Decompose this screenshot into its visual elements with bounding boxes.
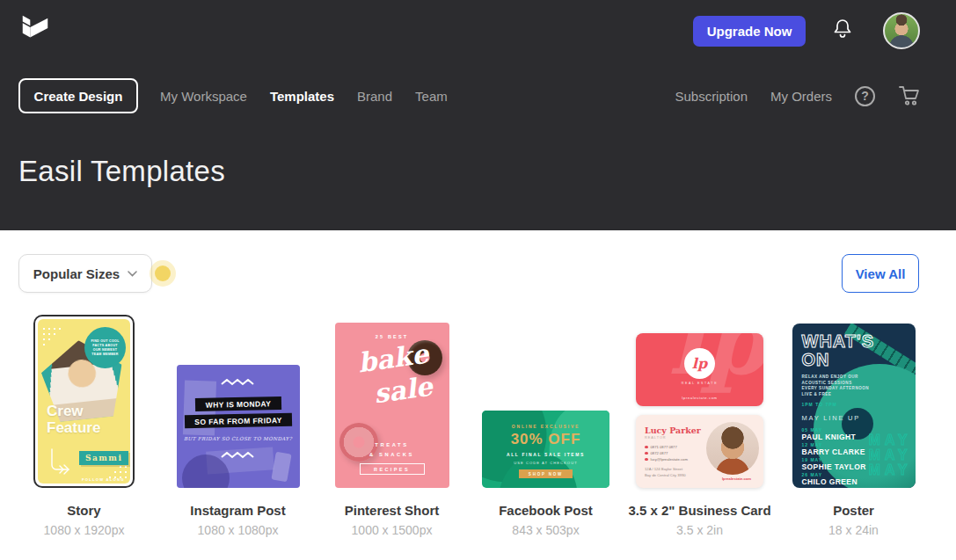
template-size: 1080 x 1080px — [198, 523, 279, 537]
template-card-instagram-post: WHY IS MONDAY SO FAR FROM FRIDAY BUT FRI… — [161, 312, 315, 537]
story-artwork: FIND OUT COOL FACTS ABOUT OUR NEWEST TEA… — [38, 319, 130, 484]
main-nav: My Workspace Templates Brand Team — [160, 76, 448, 116]
thumb-area: lp lp REAL ESTATE lprealestate.com Lucy … — [636, 312, 763, 488]
photo-shape — [271, 452, 291, 483]
business-card-thumbnail[interactable]: lp lp REAL ESTATE lprealestate.com Lucy … — [636, 333, 763, 488]
thumb-area: WHAT'S ON RELAX AND ENJOY OUR ACOUSTIC S… — [792, 312, 916, 488]
easil-app: Upgrade Now Create Design My Workspace T… — [0, 0, 956, 560]
story-thumbnail[interactable]: FIND OUT COOL FACTS ABOUT OUR NEWEST TEA… — [33, 315, 135, 488]
address-line: 12A / 124 Baylor Street — [645, 467, 682, 471]
view-all-button[interactable]: View All — [842, 254, 919, 293]
template-name: Facebook Post — [499, 503, 593, 518]
story-name-tag: Sammi — [79, 451, 128, 465]
nav-my-orders[interactable]: My Orders — [770, 89, 832, 104]
template-card-story: FIND OUT COOL FACTS ABOUT OUR NEWEST TEA… — [7, 312, 161, 537]
nav-my-workspace[interactable]: My Workspace — [160, 89, 247, 104]
story-badge: FIND OUT COOL FACTS ABOUT OUR NEWEST TEA… — [84, 327, 126, 368]
template-name: Instagram Post — [190, 503, 285, 518]
template-size: 1000 x 1500px — [352, 523, 433, 537]
website-text: lprealestate.com — [636, 396, 763, 400]
lineup-list: 05 MAY PAUL KNIGHT 12 MAY BARRY CLARKE 1… — [802, 427, 866, 487]
cart-icon[interactable] — [898, 85, 921, 106]
business-card-front: lp lp REAL ESTATE lprealestate.com — [636, 333, 763, 406]
lineup-title: MAY LINE UP — [802, 414, 861, 422]
nav-brand[interactable]: Brand — [357, 89, 392, 104]
story-heading: Crew Feature — [47, 403, 100, 436]
may-echo-text: MAY MAY MAY — [868, 433, 911, 477]
chevron-down-icon — [128, 271, 137, 277]
nav-team[interactable]: Team — [415, 89, 448, 104]
fineprint-text: USE CODE AT CHECKOUT — [482, 461, 609, 465]
template-card-facebook-post: ONLINE EXCLUSIVE 30% OFF ALL FINAL SALE … — [469, 312, 623, 537]
upgrade-now-button[interactable]: Upgrade Now — [693, 16, 806, 47]
page-title: Easil Templates — [18, 155, 225, 188]
nav-subscription[interactable]: Subscription — [675, 89, 748, 104]
template-card-poster: WHAT'S ON RELAX AND ENJOY OUR ACOUSTIC S… — [777, 312, 930, 537]
arrow-icon — [47, 447, 75, 477]
template-name: 3.5 x 2" Business Card — [628, 503, 770, 518]
person-photo — [706, 422, 759, 475]
brand-text: REAL ESTATE — [636, 382, 763, 385]
template-card-business-card: lp lp REAL ESTATE lprealestate.com Lucy … — [623, 312, 777, 537]
monogram-watermark: lp — [668, 333, 763, 388]
hint-pulse-dot — [150, 260, 176, 287]
thumb-area: 25 BEST bake sale TREATS & SNACKS RECIPE… — [335, 312, 449, 488]
template-size: 3.5 x 2in — [676, 523, 723, 537]
story-footer-text: FOLLOW ALONG — [82, 477, 125, 482]
zigzag-icon — [221, 379, 256, 386]
notifications-bell-icon[interactable] — [832, 18, 853, 40]
subtext: BUT FRIDAY SO CLOSE TO MONDAY? — [177, 436, 300, 441]
user-avatar[interactable] — [883, 12, 920, 49]
poster-time: 1PM TO 7PM — [802, 402, 837, 407]
recipes-label: RECIPES — [360, 463, 425, 475]
poster-thumbnail[interactable]: WHAT'S ON RELAX AND ENJOY OUR ACOUSTIC S… — [792, 324, 916, 488]
subtext: TREATS — [335, 442, 449, 447]
address-line: Bay de Central City 3990 — [645, 473, 686, 477]
dots-pattern — [41, 326, 64, 349]
website-text: lprealestate.com — [722, 476, 751, 481]
headline-bar: WHY IS MONDAY — [194, 396, 281, 411]
business-card-back: Lucy Parker REALTOR 0871 0877 0877 0872 … — [636, 415, 763, 488]
contact-line: 0871 0877 0877 — [645, 445, 677, 449]
template-name: Poster — [833, 503, 874, 518]
instagram-post-thumbnail[interactable]: WHY IS MONDAY SO FAR FROM FRIDAY BUT FRI… — [177, 365, 300, 488]
thumb-area: FIND OUT COOL FACTS ABOUT OUR NEWEST TEA… — [33, 312, 135, 488]
shop-now-label: SHOP NOW — [519, 469, 573, 478]
thumb-area: ONLINE EXCLUSIVE 30% OFF ALL FINAL SALE … — [482, 312, 609, 488]
facebook-post-thumbnail[interactable]: ONLINE EXCLUSIVE 30% OFF ALL FINAL SALE … — [482, 411, 609, 488]
easil-logo-icon — [18, 12, 52, 46]
secondary-nav: Subscription My Orders ? — [675, 76, 921, 116]
headline-text: 30% OFF — [482, 431, 609, 448]
poster-bodytext: RELAX AND ENJOY OUR ACOUSTIC SESSIONS EV… — [802, 375, 870, 397]
template-grid: FIND OUT COOL FACTS ABOUT OUR NEWEST TEA… — [7, 312, 930, 537]
template-size: 1080 x 1920px — [44, 523, 125, 537]
monogram-circle: lp — [684, 348, 715, 379]
person-name: Lucy Parker — [645, 425, 701, 435]
script-text: sale — [372, 373, 434, 407]
template-size: 18 x 24in — [828, 523, 879, 537]
kicker-text: ONLINE EXCLUSIVE — [482, 424, 609, 429]
template-size: 843 x 503px — [512, 523, 579, 537]
photo-shape — [182, 455, 230, 488]
create-design-button[interactable]: Create Design — [18, 78, 138, 113]
poster-headline: WHAT'S ON — [802, 332, 875, 369]
kicker-text: 25 BEST — [335, 334, 449, 339]
headline-bar: SO FAR FROM FRIDAY — [184, 413, 291, 429]
pinterest-short-thumbnail[interactable]: 25 BEST bake sale TREATS & SNACKS RECIPE… — [335, 323, 449, 488]
zigzag-icon — [221, 452, 256, 459]
help-icon[interactable]: ? — [855, 86, 875, 106]
thumb-area: WHY IS MONDAY SO FAR FROM FRIDAY BUT FRI… — [177, 312, 300, 488]
subtext: ALL FINAL SALE ITEMS — [482, 452, 609, 457]
subtext: & SNACKS — [335, 452, 449, 457]
template-name: Pinterest Short — [345, 503, 440, 518]
popular-sizes-dropdown[interactable]: Popular Sizes — [18, 254, 152, 293]
nav-templates[interactable]: Templates — [270, 89, 334, 104]
person-role: REALTOR — [645, 436, 667, 440]
easil-logo[interactable] — [18, 12, 52, 46]
template-name: Story — [67, 503, 100, 518]
popular-sizes-label: Popular Sizes — [33, 266, 120, 281]
contact-line: 0872 0877 — [645, 451, 668, 455]
contact-line: lucy@lprealestate.com — [645, 457, 688, 462]
template-card-pinterest-short: 25 BEST bake sale TREATS & SNACKS RECIPE… — [315, 312, 469, 537]
